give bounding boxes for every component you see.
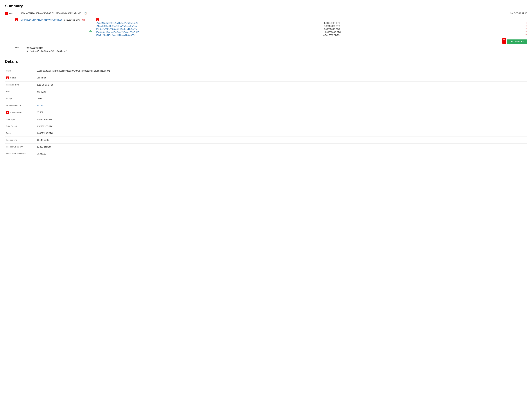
globe-icon-0 bbox=[525, 22, 527, 24]
detail-value-12: $4,057.29 bbox=[35, 150, 527, 157]
detail-label-0: Hash bbox=[5, 67, 35, 74]
output-row-0: 1AupRNbu8qEeXx12LVRxXeJ7um3BJLrnZ7 0.003… bbox=[96, 22, 527, 24]
globe-icon-4 bbox=[525, 34, 527, 37]
output-amt-2: 0.00695886 BTC bbox=[324, 28, 340, 30]
detail-label-7: Total Input bbox=[5, 116, 35, 123]
output-row-2: 3Gta6s2b63Ke68Z4m61NfGwfoqcHqGfo7V 0.006… bbox=[96, 28, 527, 30]
detail-value-10: 61.149 sat/B bbox=[35, 137, 527, 143]
detail-label-1: EStatus bbox=[5, 74, 35, 81]
globe-icon-3 bbox=[525, 31, 527, 33]
detail-label-9: Fees bbox=[5, 130, 35, 137]
details-row-1: EStatusConfirmed bbox=[5, 74, 527, 81]
tx-flow: B 33drUaJDF7H7xMb3UPhjzNWqK7rkju4tZn 0.5… bbox=[15, 18, 527, 44]
globe-icon-1 bbox=[525, 25, 527, 27]
globe-icon-input bbox=[82, 18, 85, 21]
tx-inputs: B 33drUaJDF7H7xMb3UPhjzNWqK7rkju4tZn 0.5… bbox=[15, 18, 85, 21]
detail-label-4: Weight bbox=[5, 95, 35, 102]
block-link[interactable]: 580267 bbox=[37, 104, 44, 107]
details-row-8: Total Output0.52230376 BTC bbox=[5, 123, 527, 130]
detail-value-8: 0.52230376 BTC bbox=[35, 123, 527, 130]
details-row-9: Fees0.00021280 BTC bbox=[5, 130, 527, 137]
output-row-3: 3BAXA6YotAWouuTyaQMrJ1jC4uaKWnZnUZ 0.006… bbox=[96, 31, 527, 33]
summary-hash-row: A Hash 196eba07f176e457c48216ab87b521978… bbox=[5, 12, 527, 15]
output-addr-4[interactable]: 3FGJec1bmNQih1AbpHtNfz6bjNKjm87Gr1 bbox=[96, 34, 136, 37]
summary-section: Summary A Hash 196eba07f176e457c48216ab8… bbox=[5, 4, 527, 53]
input-addr-row: B 33drUaJDF7H7xMb3UPhjzNWqK7rkju4tZn 0.5… bbox=[15, 18, 85, 21]
output-addr-2[interactable]: 3Gta6s2b63Ke68Z4m61NfGwfoqcHqGfo7V bbox=[96, 28, 137, 30]
output-addr-1[interactable]: 1ABxjoM6XywDLRkbDHfNvYn6jcUxEiyYmd bbox=[96, 25, 138, 27]
annotation-a: A bbox=[5, 12, 8, 15]
details-row-5: Included in Block580267 bbox=[5, 102, 527, 109]
details-row-4: Weight1,062 bbox=[5, 95, 527, 102]
detail-value-0: 196eba07f176e457c48216ab87b52197848f8b4f… bbox=[35, 67, 527, 74]
detail-value-2: 2019-06-11 17:10 bbox=[35, 81, 527, 88]
tx-date: 2019-06-11 17:10 bbox=[510, 12, 527, 14]
total-output-box: 0.52230376 BTC bbox=[507, 39, 527, 44]
detail-label-5: Included in Block bbox=[5, 102, 35, 109]
details-title: Details bbox=[5, 59, 527, 64]
input-address-link[interactable]: 33drUaJDF7H7xMb3UPhjzNWqK7rkju4tZn bbox=[21, 18, 62, 21]
copy-icon[interactable]: 📋 bbox=[84, 12, 87, 14]
detail-label-6: FConfirmations bbox=[5, 109, 35, 116]
tx-flow-row: B 33drUaJDF7H7xMb3UPhjzNWqK7rkju4tZn 0.5… bbox=[15, 17, 527, 44]
input-amount: 0.52251656 BTC bbox=[64, 18, 80, 21]
annotation-status: E bbox=[6, 76, 9, 79]
details-row-12: Value when transacted$4,057.29 bbox=[5, 150, 527, 157]
details-row-11: Fee per weight unit20.038 sat/WU bbox=[5, 143, 527, 150]
arrow-icon: ➔ bbox=[88, 29, 92, 34]
detail-label-8: Total Output bbox=[5, 123, 35, 130]
detail-value-4: 1,062 bbox=[35, 95, 527, 102]
details-row-2: Received Time2019-06-11 17:10 bbox=[5, 81, 527, 88]
detail-label-2: Received Time bbox=[5, 81, 35, 88]
output-row-4: 3FGJec1bmNQih1AbpHtNfz6bjNKjm87Gr1 0.501… bbox=[96, 34, 527, 37]
detail-value-3: 348 bytes bbox=[35, 88, 527, 95]
globe-icon-2 bbox=[525, 28, 527, 30]
details-row-7: Total Input0.52251656 BTC bbox=[5, 116, 527, 123]
output-addr-0[interactable]: 1AupRNbu8qEeXx12LVRxXeJ7um3BJLrnZ7 bbox=[96, 22, 138, 24]
annotation-confirmations: F bbox=[6, 111, 9, 114]
details-section: Details Hash196eba07f176e457c48216ab87b5… bbox=[5, 59, 527, 157]
fee-detail: 0.00021280 BTC (61.149 sat/B - 20.038 sa… bbox=[27, 46, 67, 53]
output-amt-1: 0.00350000 BTC bbox=[324, 25, 340, 27]
annotation-d: D bbox=[503, 38, 506, 44]
output-row-1: 1ABxjoM6XywDLRkbDHfNvYn6jcUxEiyYmd 0.003… bbox=[96, 25, 527, 27]
detail-value-6: 25,501 bbox=[35, 109, 527, 116]
hash-label: Hash bbox=[9, 12, 18, 15]
output-amt-4: 0.50176857 BTC bbox=[323, 34, 340, 37]
detail-label-3: Size bbox=[5, 88, 35, 95]
details-table: Hash196eba07f176e457c48216ab87b52197848f… bbox=[5, 67, 527, 157]
detail-label-11: Fee per weight unit bbox=[5, 143, 35, 150]
detail-label-10: Fee per byte bbox=[5, 137, 35, 143]
annotation-c: C bbox=[96, 18, 99, 21]
detail-value-11: 20.038 sat/WU bbox=[35, 143, 527, 150]
summary-title: Summary bbox=[5, 4, 527, 8]
detail-label-12: Value when transacted bbox=[5, 150, 35, 157]
fee-row: Fee 0.00021280 BTC (61.149 sat/B - 20.03… bbox=[15, 46, 527, 53]
tx-outputs: C 1AupRNbu8qEeXx12LVRxXeJ7um3BJLrnZ7 0.0… bbox=[96, 18, 527, 44]
detail-value-7: 0.52251656 BTC bbox=[35, 116, 527, 123]
annotation-b: B bbox=[15, 18, 18, 21]
details-row-0: Hash196eba07f176e457c48216ab87b52197848f… bbox=[5, 67, 527, 74]
details-row-6: FConfirmations25,501 bbox=[5, 109, 527, 116]
detail-value-5[interactable]: 580267 bbox=[35, 102, 527, 109]
output-amt-0: 0.00318827 BTC bbox=[324, 22, 341, 24]
output-addr-3[interactable]: 3BAXA6YotAWouuTyaQMrJ1jC4uaKWnZnUZ bbox=[96, 31, 139, 33]
details-row-10: Fee per byte61.149 sat/B bbox=[5, 137, 527, 143]
details-row-3: Size348 bytes bbox=[5, 88, 527, 95]
hash-value: 196eba07f176e457c48216ab87b52197848f8b4f… bbox=[21, 12, 87, 14]
output-amt-3: 0.00688806 BTC bbox=[325, 31, 341, 33]
fee-label: Fee bbox=[15, 46, 24, 49]
detail-value-1: Confirmed bbox=[35, 74, 527, 81]
detail-value-9: 0.00021280 BTC bbox=[35, 130, 527, 137]
